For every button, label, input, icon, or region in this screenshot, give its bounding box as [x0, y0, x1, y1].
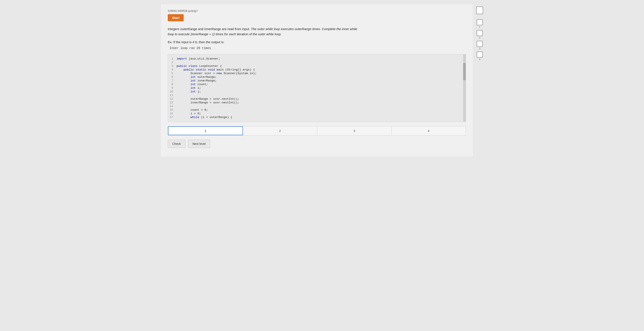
line-num-15: 15 [168, 108, 176, 112]
line-num-2: 2 [168, 61, 176, 64]
sidebar-checkbox-2[interactable] [477, 30, 483, 36]
line-num-10: 10 [168, 90, 176, 93]
scrollbar-thumb[interactable] [463, 63, 466, 80]
line-num-17: 17 [168, 116, 176, 119]
line-num-16: 16 [168, 112, 176, 115]
code-text-5: Scanner scnr = new Scanner(System.in); [176, 72, 257, 75]
sidebar-item-1: 1 [476, 19, 483, 28]
code-text-12: outerRange = scnr.nextInt(); [176, 97, 239, 101]
line-num-4: 4 [168, 68, 176, 71]
scrollbar-area[interactable] [463, 54, 466, 122]
code-line-4: 4 public static void main (String[] args… [168, 68, 466, 72]
answer-row: 2 3 4 [168, 126, 466, 135]
code-text-14 [176, 105, 178, 108]
line-num-7: 7 [168, 79, 176, 82]
code-text-2 [176, 61, 178, 64]
code-text-6: int outerRange; [176, 76, 216, 79]
code-text-16: i = 0; [176, 112, 201, 115]
sidebar-checkbox-4[interactable] [477, 52, 483, 58]
main-content: S28040.3489528.qx3zqy7 Start Integers ou… [161, 4, 473, 156]
top-checkbox [476, 7, 483, 14]
code-text-7: int innerRange; [176, 79, 216, 82]
description-main: Integers outerRange and innerRange are r… [168, 27, 250, 31]
code-text-15: count = 0; [176, 108, 208, 112]
code-line-9: 9 int i; [168, 86, 466, 90]
line-num-12: 12 [168, 97, 176, 101]
answer-cell-3[interactable]: 3 [317, 126, 392, 135]
code-text-11 [176, 94, 178, 97]
example-intro: Ex: If the input is 4 6, then the output… [168, 40, 466, 44]
line-num-9: 9 [168, 86, 176, 90]
check-button[interactable]: Check [168, 140, 186, 148]
line-num-3: 3 [168, 65, 176, 68]
code-text-13: innerRange = scnr.nextInt(); [176, 101, 239, 104]
answer-cell-2[interactable]: 2 [243, 126, 317, 135]
code-text-8: int count; [176, 83, 208, 86]
sidebar-item-4: 4 [476, 52, 483, 61]
code-text-4: public static void main (String[] args) … [176, 68, 255, 71]
sidebar-checkbox-1[interactable] [477, 19, 483, 25]
answer-input-1[interactable] [168, 126, 243, 135]
line-num-8: 8 [168, 83, 176, 86]
code-line-8: 8 int count; [168, 83, 466, 86]
code-line-17: 17 while (i < outerRange) { [168, 115, 466, 119]
right-sidebar: 1 2 3 4 [476, 4, 483, 156]
line-num-6: 6 [168, 76, 176, 79]
line-num-1: 1 [168, 57, 176, 60]
code-line-5: 5 Scanner scnr = new Scanner(System.in); [168, 72, 466, 75]
code-line-10: 10 int j; [168, 90, 466, 94]
code-line-15: 15 count = 0; [168, 108, 466, 112]
example-output: Inner loop ran 28 times [168, 47, 466, 50]
line-num-11: 11 [168, 94, 176, 97]
code-line-1: 1 import java.util.Scanner; [168, 57, 466, 61]
sidebar-item-3: 3 [476, 41, 483, 50]
sidebar-number-2: 2 [479, 37, 480, 39]
code-text-1: import java.util.Scanner; [176, 57, 220, 60]
answer-cell-4[interactable]: 4 [392, 126, 466, 135]
next-level-button[interactable]: Next level [188, 140, 210, 148]
line-num-14: 14 [168, 105, 176, 108]
code-text-3: public class LoopCounter { [176, 65, 222, 68]
start-button[interactable]: Start [168, 14, 184, 21]
line-num-13: 13 [168, 101, 176, 104]
code-line-3: 3 public class LoopCounter { [168, 64, 466, 68]
code-text-10: int j; [176, 90, 201, 93]
code-line-12: 12 outerRange = scnr.nextInt(); [168, 97, 466, 101]
code-line-11: 11 [168, 94, 466, 97]
code-line-2: 2 [168, 61, 466, 64]
code-line-13: 13 innerRange = scnr.nextInt(); [168, 101, 466, 105]
code-block: 1 import java.util.Scanner; 2 3 public c… [168, 54, 466, 122]
sidebar-number-3: 3 [479, 47, 480, 50]
code-line-7: 7 int innerRange; [168, 79, 466, 83]
code-line-16: 16 i = 0; [168, 112, 466, 115]
line-num-5: 5 [168, 72, 176, 75]
sidebar-checkbox-3[interactable] [477, 41, 483, 47]
code-line-14: 14 [168, 105, 466, 108]
code-line-6: 6 int outerRange; [168, 75, 466, 79]
sidebar-number-4: 4 [479, 58, 480, 61]
sidebar-number-1: 1 [479, 26, 480, 28]
action-buttons: Check Next level [168, 140, 466, 148]
code-text-17: while (i < outerRange) { [176, 116, 232, 119]
description-text: Integers outerRange and innerRange are r… [168, 27, 361, 37]
page-container: S28040.3489528.qx3zqy7 Start Integers ou… [161, 4, 483, 156]
session-id: S28040.3489528.qx3zqy7 [168, 10, 466, 13]
code-text-9: int i; [176, 86, 201, 90]
sidebar-item-2: 2 [476, 30, 483, 39]
